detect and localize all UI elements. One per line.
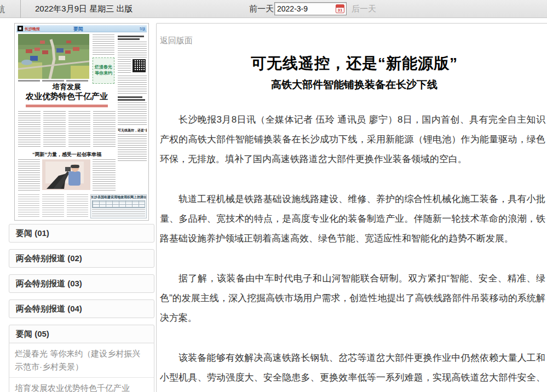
thumb-text-lines xyxy=(93,34,114,55)
thumb-red-subhead xyxy=(26,105,108,107)
newspaper-logo-icon xyxy=(18,26,23,31)
sidebar-section-yaowen-05[interactable]: 要闻 (05) xyxy=(9,325,154,343)
calendar-icon[interactable]: 31 xyxy=(336,4,344,13)
sidebar-section-lianghui-04[interactable]: 两会特别报道 (04) xyxy=(9,299,154,318)
article-body: 长沙晚报3月8日讯（全媒体记者 伍玲 通讯员 廖宁）8日，国内首创、具有完全自主… xyxy=(160,110,545,392)
thumb-masthead: 长沙晚报 要闻 5版 xyxy=(16,25,147,32)
thumb-right-headline: 可无线遥控，还是“新能源版” xyxy=(118,129,147,132)
thumb-notice-table xyxy=(92,200,145,208)
article-panel: 返回版面 可无线遥控，还是“新能源版” 高铁大部件智能铺换装备在长沙下线 长沙晚… xyxy=(156,23,547,392)
thumb-qr-code xyxy=(133,59,146,72)
publication-date: 2022年3月9日 星期三 出版 xyxy=(35,4,133,14)
thumb-mid-story xyxy=(18,159,116,192)
thumb-bottom-columns xyxy=(18,194,88,218)
thumb-brand: 长沙晚报 xyxy=(25,27,40,31)
thumb-main-headline-1: 培育发展 xyxy=(18,83,116,91)
calendar-icon-day: 31 xyxy=(336,8,344,13)
date-input[interactable] xyxy=(275,3,332,14)
thumb-section-name: 要闻 xyxy=(73,26,83,32)
section-label: 要闻 (01) xyxy=(16,228,49,238)
section-label: 两会特别报道 (03) xyxy=(16,279,82,288)
sidebar-section-yaowen-01[interactable]: 要闻 (01) xyxy=(9,224,154,243)
article-paragraph: 长沙晚报3月8日讯（全媒体记者 伍玲 通讯员 廖宁）8日，国内首创、具有完全自主… xyxy=(160,110,545,169)
article-paragraph: 轨道工程机械是铁路基础设施线路建设、维修、养护的综合性机械化施工装备，具有小批量… xyxy=(160,189,545,249)
sidebar-section-lianghui-02[interactable]: 两会特别报道 (02) xyxy=(9,249,154,268)
thumb-worker-photo xyxy=(42,159,90,190)
sidebar-section-lianghui-03[interactable]: 两会特别报道 (03) xyxy=(9,274,154,293)
section-label: 两会特别报道 (02) xyxy=(16,253,82,263)
article-paragraph: 该装备能够有效解决高速铁路长钢轨、岔芯等道岔大部件更换作业中仍然依赖大量人工和小… xyxy=(160,348,545,392)
sidebar: 长沙晚报 要闻 5版 xyxy=(9,23,154,392)
thumb-page-number: 5版 xyxy=(140,27,146,31)
thumb-promo-line2: 等你来约 xyxy=(93,70,114,76)
topbar-divider xyxy=(20,0,21,18)
back-to-layout-link[interactable]: 返回版面 xyxy=(160,36,193,46)
article-title: 可无线遥控，还是“新能源版” xyxy=(157,53,547,74)
next-day-link[interactable]: 后一天 xyxy=(352,4,376,14)
article-label: 培育发展农业优势特色千亿产业 xyxy=(15,383,130,392)
thumb-notice-headline: 长沙县国有建设用地使用权网上挂牌出让公告 xyxy=(91,195,146,199)
article-paragraph: 据了解，该装备由中车时代电子和山河智能联合研制。双方紧扣“智能、安全、精准、绿色… xyxy=(160,269,545,328)
sidebar-article-lanman[interactable]: 烂漫春光 等你来约（建设乡村振兴示范市·乡村美景） xyxy=(9,343,154,377)
topbar: 航 2022年3月9日 星期三 出版 前一天 31 后一天 xyxy=(0,0,547,18)
thumb-aerial-photo xyxy=(18,34,89,79)
section-label: 两会特别报道 (04) xyxy=(16,304,82,313)
sidebar-article-peiyu[interactable]: 培育发展农业优势特色千亿产业 xyxy=(9,377,154,392)
thumb-body-columns xyxy=(18,111,116,147)
previous-day-link[interactable]: 前一天 xyxy=(249,4,274,14)
thumb-notice-box: 长沙县国有建设用地使用权网上挂牌出让公告 xyxy=(90,194,147,218)
thumb-mid-headline: “两新”力量，感受一起创享幸福 xyxy=(18,152,116,158)
nav-label-partial[interactable]: 航 xyxy=(0,4,5,15)
thumb-right-column: 可无线遥控，还是“新能源版” xyxy=(118,34,147,192)
section-label: 要闻 (05) xyxy=(16,329,49,338)
thumb-promo-box: 烂漫春光 等你来约 xyxy=(93,57,114,84)
thumb-promo-line1: 烂漫春光 xyxy=(93,64,114,70)
article-label: 烂漫春光 等你来约（建设乡村振兴示范市·乡村美景） xyxy=(15,349,140,371)
sidebar-article-list: 烂漫春光 等你来约（建设乡村振兴示范市·乡村美景） 培育发展农业优势特色千亿产业 xyxy=(9,343,154,392)
date-picker: 31 xyxy=(274,2,347,15)
newspaper-thumbnail[interactable]: 长沙晚报 要闻 5版 xyxy=(14,23,149,221)
thumb-main-headline-2: 农业优势特色千亿产业 xyxy=(18,91,116,101)
thumb-photo-caption xyxy=(18,80,89,82)
article-subtitle: 高铁大部件智能铺换装备在长沙下线 xyxy=(157,78,547,92)
